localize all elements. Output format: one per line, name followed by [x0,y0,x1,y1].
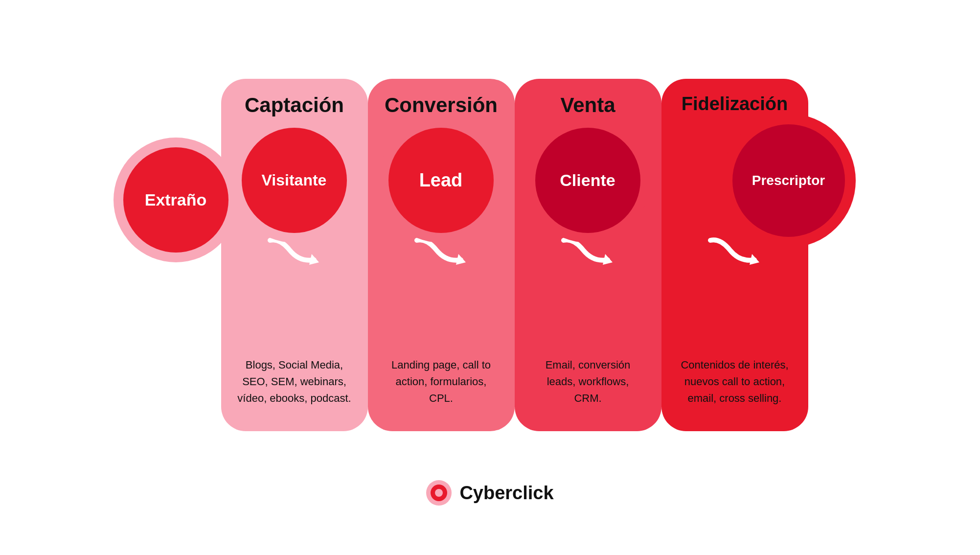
title-fidelizacion: Fidelización [682,93,788,115]
title-conversion: Conversión [385,93,498,117]
circle-lead: Lead [388,128,494,233]
svg-marker-1 [456,254,466,265]
circle-lead-label: Lead [419,170,463,191]
circle-extrano: Extraño [123,147,228,253]
arrow-venta [559,235,617,277]
main-layout: Extraño Captación Blogs, Social Media,SE… [0,0,980,555]
circle-visitante-label: Visitante [262,171,327,189]
stage-captacion: Captación Blogs, Social Media,SEO, SEM, … [221,49,378,470]
title-captacion: Captación [245,93,344,117]
svg-marker-3 [750,254,759,265]
circle-prescriptor: Prescriptor [732,124,845,237]
circle-cliente-label: Cliente [560,171,615,190]
stage-fidelizacion: Fidelización Contenidos de interés,nuevo… [661,49,857,470]
stage-venta: Venta Email, conversiónleads, workflows,… [515,49,671,470]
desc-conversion: Landing page, call toaction, formularios… [375,357,507,407]
brand-logo-icon [426,480,452,506]
circle-cliente: Cliente [535,128,640,233]
brand-name: Cyberclick [459,483,553,504]
desc-venta: Email, conversiónleads, workflows,CRM. [522,357,654,407]
arrow-fidelizacion [706,235,764,277]
desc-captacion: Blogs, Social Media,SEO, SEM, webinars,v… [228,357,361,407]
svg-marker-0 [309,254,319,265]
desc-fidelizacion: Contenidos de interés,nuevos call to act… [669,357,801,407]
svg-marker-2 [603,254,613,265]
title-venta: Venta [560,93,615,117]
circle-extrano-label: Extraño [145,190,207,209]
arrow-captacion [265,235,324,275]
diagram-container: Extraño Captación Blogs, Social Media,SE… [25,49,955,470]
circle-visitante: Visitante [242,128,347,233]
stage-conversion: Conversión Landing page, call toaction, … [368,49,524,470]
branding: Cyberclick [426,480,553,506]
circle-prescriptor-label: Prescriptor [752,173,825,188]
stage-extrano: Extraño [123,49,231,470]
arrow-conversion [412,235,471,277]
